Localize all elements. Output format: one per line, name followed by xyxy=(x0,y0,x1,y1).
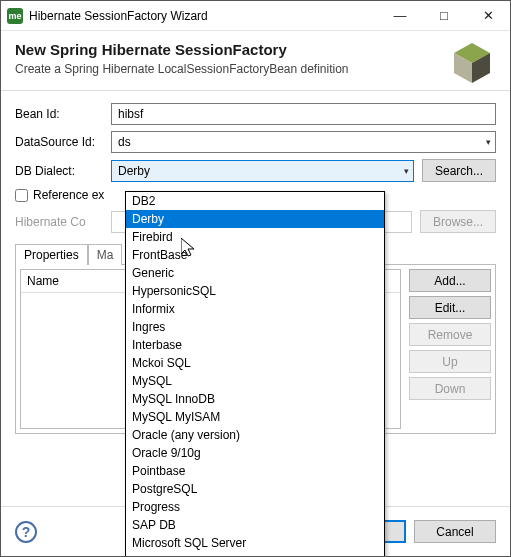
datasource-id-label: DataSource Id: xyxy=(15,135,111,149)
app-icon: me xyxy=(7,8,23,24)
bean-id-label: Bean Id: xyxy=(15,107,111,121)
maximize-button[interactable]: □ xyxy=(422,1,466,30)
browse-button: Browse... xyxy=(420,210,496,233)
datasource-id-value: ds xyxy=(118,135,131,149)
dropdown-option[interactable]: Ingres xyxy=(126,318,384,336)
add-button[interactable]: Add... xyxy=(409,269,491,292)
minimize-button[interactable]: ― xyxy=(378,1,422,30)
dialog-window: me Hibernate SessionFactory Wizard ― □ ✕… xyxy=(0,0,511,557)
dropdown-option[interactable]: MySQL xyxy=(126,372,384,390)
dropdown-option[interactable]: FrontBase xyxy=(126,246,384,264)
db-dialect-dropdown[interactable]: DB2DerbyFirebirdFrontBaseGenericHyperson… xyxy=(125,191,385,557)
dropdown-option[interactable]: Informix xyxy=(126,300,384,318)
dropdown-option[interactable]: PostgreSQL xyxy=(126,480,384,498)
wizard-subheading: Create a Spring Hibernate LocalSessionFa… xyxy=(15,62,496,76)
up-button: Up xyxy=(409,350,491,373)
window-title: Hibernate SessionFactory Wizard xyxy=(29,9,378,23)
dropdown-option[interactable]: Oracle 9/10g xyxy=(126,444,384,462)
dropdown-option[interactable]: Oracle (any version) xyxy=(126,426,384,444)
cancel-button[interactable]: Cancel xyxy=(414,520,496,543)
chevron-down-icon: ▾ xyxy=(404,166,409,176)
reference-existing-checkbox[interactable] xyxy=(15,189,28,202)
down-button: Down xyxy=(409,377,491,400)
title-bar: me Hibernate SessionFactory Wizard ― □ ✕ xyxy=(1,1,510,31)
dropdown-option[interactable]: HypersonicSQL xyxy=(126,282,384,300)
reference-existing-label: Reference ex xyxy=(33,188,104,202)
wizard-heading: New Spring Hibernate SessionFactory xyxy=(15,41,496,58)
edit-button[interactable]: Edit... xyxy=(409,296,491,319)
dropdown-option[interactable]: Pointbase xyxy=(126,462,384,480)
wizard-header: New Spring Hibernate SessionFactory Crea… xyxy=(1,31,510,91)
properties-buttons: Add... Edit... Remove Up Down xyxy=(401,269,491,429)
tab-properties[interactable]: Properties xyxy=(15,244,88,265)
help-button[interactable]: ? xyxy=(15,521,37,543)
dropdown-option[interactable]: Generic xyxy=(126,264,384,282)
db-dialect-label: DB Dialect: xyxy=(15,164,111,178)
dropdown-option[interactable]: SAP DB xyxy=(126,516,384,534)
dropdown-option[interactable]: Microsoft SQL Server xyxy=(126,534,384,552)
dropdown-option[interactable]: MySQL InnoDB xyxy=(126,390,384,408)
datasource-id-combo[interactable]: ds ▾ xyxy=(111,131,496,153)
dropdown-option[interactable]: Progress xyxy=(126,498,384,516)
chevron-down-icon: ▾ xyxy=(486,137,491,147)
close-button[interactable]: ✕ xyxy=(466,1,510,30)
hibernate-config-label: Hibernate Co xyxy=(15,215,111,229)
dropdown-option[interactable]: Derby xyxy=(126,210,384,228)
dropdown-option[interactable]: MySQL MyISAM xyxy=(126,408,384,426)
dropdown-option[interactable]: Interbase xyxy=(126,336,384,354)
bean-id-input[interactable] xyxy=(111,103,496,125)
dropdown-option[interactable]: Firebird xyxy=(126,228,384,246)
dropdown-option[interactable]: Mckoi SQL xyxy=(126,354,384,372)
search-button[interactable]: Search... xyxy=(422,159,496,182)
wizard-logo-icon xyxy=(448,39,496,87)
remove-button: Remove xyxy=(409,323,491,346)
db-dialect-combo[interactable]: Derby ▾ xyxy=(111,160,414,182)
tab-mappings[interactable]: Ma xyxy=(88,244,123,265)
db-dialect-value: Derby xyxy=(118,164,150,178)
dropdown-option[interactable]: DB2 xyxy=(126,192,384,210)
dropdown-option[interactable]: Sybase xyxy=(126,552,384,557)
